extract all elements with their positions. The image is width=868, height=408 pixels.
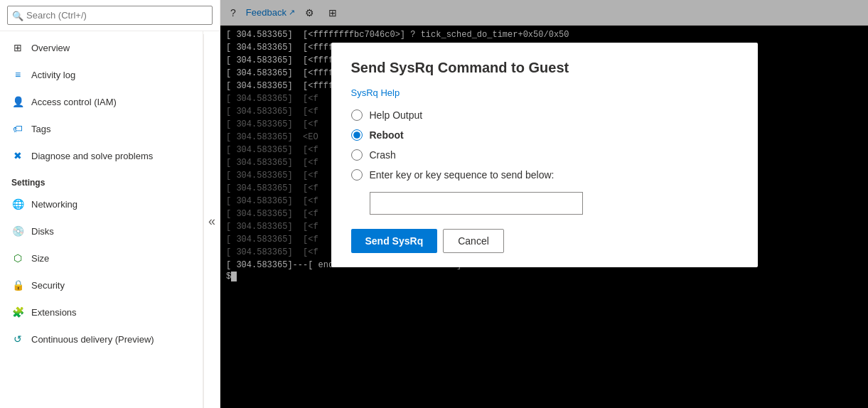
sidebar-item-label: Continuous delivery (Preview) xyxy=(31,334,154,345)
cancel-button[interactable]: Cancel xyxy=(443,229,504,253)
sidebar-item-label: Diagnose and solve problems xyxy=(31,151,153,161)
key-sequence-input[interactable] xyxy=(370,192,583,215)
sysrq-modal: Send SysRq Command to Guest SysRq Help H… xyxy=(331,43,758,267)
radio-help-output-label: Help Output xyxy=(370,109,423,121)
extensions-icon: 🧩 xyxy=(11,306,24,318)
tags-icon: 🏷 xyxy=(11,122,24,135)
settings-section-label: Settings xyxy=(0,169,203,190)
collapse-icon: « xyxy=(208,214,215,229)
sidebar-item-label: Tags xyxy=(31,124,50,134)
sidebar-item-tags[interactable]: 🏷 Tags xyxy=(0,115,203,142)
search-icon: 🔍 xyxy=(12,10,23,21)
sidebar-collapse-button[interactable]: « xyxy=(203,34,220,408)
sidebar-item-label: Networking xyxy=(31,199,77,210)
main-area: ? Feedback ↗ ⚙ ⊞ [ 304.583365] [<fffffff… xyxy=(220,0,868,408)
radio-crash-label: Crash xyxy=(370,149,396,161)
sidebar-item-diagnose[interactable]: ✖ Diagnose and solve problems xyxy=(0,142,203,169)
radio-reboot-input[interactable] xyxy=(351,129,363,141)
radio-group: Help Output Reboot Crash Enter key or ke… xyxy=(351,109,738,215)
sidebar-search-container: 🔍 xyxy=(0,0,220,31)
radio-custom-label: Enter key or key sequence to send below: xyxy=(370,169,554,181)
sidebar-item-label: Activity log xyxy=(31,70,75,80)
radio-custom[interactable]: Enter key or key sequence to send below: xyxy=(351,169,738,181)
send-sysrq-button[interactable]: Send SysRq xyxy=(351,229,438,253)
networking-icon: 🌐 xyxy=(11,198,24,210)
sidebar-item-label: Disks xyxy=(31,226,54,237)
sidebar-item-size[interactable]: ⬡ Size xyxy=(0,245,203,272)
radio-reboot-label: Reboot xyxy=(370,129,404,141)
search-input[interactable] xyxy=(7,6,213,25)
radio-reboot[interactable]: Reboot xyxy=(351,129,738,141)
overview-icon: ⊞ xyxy=(11,41,24,54)
sidebar-item-extensions[interactable]: 🧩 Extensions xyxy=(0,299,203,326)
modal-title: Send SysRq Command to Guest xyxy=(351,60,738,76)
diagnose-icon: ✖ xyxy=(11,149,24,162)
disks-icon: 💿 xyxy=(11,225,24,237)
sidebar-item-overview[interactable]: ⊞ Overview xyxy=(0,34,203,61)
security-icon: 🔒 xyxy=(11,279,24,291)
sidebar-item-label: Extensions xyxy=(31,307,77,318)
sidebar-item-networking[interactable]: 🌐 Networking xyxy=(0,190,203,218)
sysrq-help-link[interactable]: SysRq Help xyxy=(351,87,738,98)
radio-crash[interactable]: Crash xyxy=(351,149,738,161)
iam-icon: 👤 xyxy=(11,95,24,108)
cd-icon: ↺ xyxy=(11,333,24,345)
sidebar-item-continuous-delivery[interactable]: ↺ Continuous delivery (Preview) xyxy=(0,326,203,353)
radio-help-output[interactable]: Help Output xyxy=(351,109,738,121)
modal-overlay: Send SysRq Command to Guest SysRq Help H… xyxy=(220,0,868,408)
sidebar-item-label: Overview xyxy=(31,43,70,53)
sidebar-nav: ⊞ Overview ≡ Activity log 👤 Access contr… xyxy=(0,31,203,408)
sidebar-item-label: Access control (IAM) xyxy=(31,97,117,107)
sidebar-item-activity-log[interactable]: ≡ Activity log xyxy=(0,61,203,88)
sidebar-item-label: Size xyxy=(31,253,49,264)
radio-custom-input[interactable] xyxy=(351,169,363,181)
sidebar-item-iam[interactable]: 👤 Access control (IAM) xyxy=(0,88,203,115)
sidebar-item-security[interactable]: 🔒 Security xyxy=(0,272,203,299)
key-input-container xyxy=(370,192,738,215)
activity-log-icon: ≡ xyxy=(11,68,24,81)
sidebar: 🔍 ⊞ Overview ≡ Activity log 👤 Access con… xyxy=(0,0,220,408)
sidebar-item-disks[interactable]: 💿 Disks xyxy=(0,218,203,245)
radio-crash-input[interactable] xyxy=(351,149,363,161)
size-icon: ⬡ xyxy=(11,252,24,264)
modal-actions: Send SysRq Cancel xyxy=(351,229,738,253)
radio-help-output-input[interactable] xyxy=(351,109,363,121)
sidebar-item-label: Security xyxy=(31,280,65,291)
